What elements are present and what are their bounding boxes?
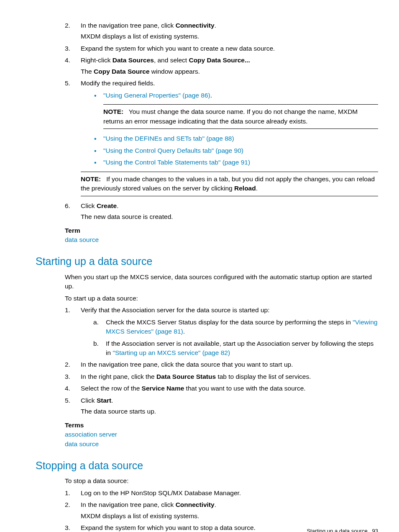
text-run: Right-click <box>81 57 113 64</box>
substep-letter: b. <box>93 339 99 348</box>
note-label: NOTE: <box>103 108 123 115</box>
glossary-link[interactable]: data source <box>65 439 378 449</box>
step-text: In the navigation tree pane, click Conne… <box>81 501 216 508</box>
step-number: 5. <box>65 79 70 88</box>
text-run: In the right pane, click the <box>81 373 156 380</box>
step-text: In the right pane, click the Data Source… <box>81 373 311 380</box>
step-text: Log on to the HP NonStop SQL/MX Database… <box>81 489 241 496</box>
step-1: 1. Verify that the Association server fo… <box>65 306 378 357</box>
procedure-list-1: 2. In the navigation tree pane, click Co… <box>65 21 378 222</box>
term-block: Term data source <box>65 226 378 245</box>
intro-paragraph: To stop a data source: <box>65 476 378 486</box>
bold-term: Start <box>97 397 111 404</box>
step-4: 4. Select the row of the Service Name th… <box>65 384 378 393</box>
step-subtext: MXDM displays a list of existing systems… <box>81 511 378 521</box>
step-number: 3. <box>65 372 70 381</box>
xref-link[interactable]: "Starting up an MXCS service" (page 82) <box>113 349 230 356</box>
bold-term: Data Source Status <box>156 373 216 380</box>
xref-link[interactable]: "Using the Control Query Defaults tab" (… <box>103 147 243 154</box>
step-text: Modify the required fields. <box>81 80 155 87</box>
bold-term: Connectivity <box>176 501 215 508</box>
step-text: Select the row of the Service Name that … <box>81 385 306 392</box>
term-heading: Term <box>65 226 378 235</box>
bold-term: Create <box>97 202 117 209</box>
step-5: 5. Click Start. The data source starts u… <box>65 396 378 416</box>
step-number: 4. <box>65 384 70 393</box>
step-subtext: MXDM displays a list of existing systems… <box>81 32 378 41</box>
text-run: . <box>183 328 185 335</box>
note-label: NOTE: <box>81 175 101 182</box>
step-text: In the navigation tree pane, click the d… <box>81 361 293 368</box>
text-run: Click <box>81 397 97 404</box>
substep-text: Check the MXCS Server Status display for… <box>106 319 378 335</box>
text-run: . <box>111 397 113 404</box>
xref-link[interactable]: "Using the DEFINEs and SETs tab" (page 8… <box>103 135 234 142</box>
step-text: Click Start. <box>81 397 113 404</box>
step-number: 1. <box>65 306 70 315</box>
bullet-item: "Using the Control Query Defaults tab" (… <box>93 146 378 155</box>
glossary-link[interactable]: data source <box>65 235 378 244</box>
bullet-item: "Using General Properties" (page 86). NO… <box>93 91 378 129</box>
text-run: . <box>256 185 258 192</box>
step-text: In the navigation tree pane, click Conne… <box>81 22 216 29</box>
bold-term: Connectivity <box>176 22 215 29</box>
section-heading: Starting up a data source <box>36 254 378 269</box>
terms-heading: Terms <box>65 421 378 430</box>
text-run: . <box>215 501 216 508</box>
step-number: 4. <box>65 56 70 65</box>
step-text: Expand the system for which you want to … <box>81 524 256 531</box>
substep-b: b. If the Association server is not avai… <box>93 339 378 358</box>
step-number: 1. <box>65 488 70 498</box>
bold-term: Copy Data Source... <box>189 57 250 64</box>
text-run: . <box>117 202 118 209</box>
procedure-list-3: 1. Log on to the HP NonStop SQL/MX Datab… <box>65 488 378 532</box>
substep-letter: a. <box>93 318 99 327</box>
step-text: Verify that the Association server for t… <box>81 306 269 314</box>
step-2: 2. In the navigation tree pane, click Co… <box>65 500 378 521</box>
text-run: that you want to use with the data sourc… <box>184 385 305 392</box>
page-number: 93 <box>372 528 378 532</box>
footer-title: Starting up a data source <box>307 528 367 532</box>
step-6: 6. Click Create. The new data source is … <box>65 201 378 222</box>
text-run: The <box>81 68 94 75</box>
step-text: Expand the system for which you want to … <box>81 45 275 52</box>
text-run: Click <box>81 202 97 209</box>
xref-link[interactable]: "Using the Control Table Statements tab"… <box>103 159 250 166</box>
text-run: Select the row of the <box>81 385 142 392</box>
xref-link[interactable]: "Using General Properties" (page 86) <box>103 92 210 99</box>
text-run: If you made changes to the values in a t… <box>81 175 375 192</box>
note-box: NOTE: You must change the data source na… <box>103 104 378 129</box>
intro-paragraph: To start up a data source: <box>65 294 378 303</box>
step-number: 6. <box>65 201 70 211</box>
document-page: 2. In the navigation tree pane, click Co… <box>0 0 399 532</box>
text-run: Check the MXCS Server Status display for… <box>106 319 353 326</box>
bold-term: Data Sources <box>113 57 154 64</box>
bullet-item: "Using the Control Table Statements tab"… <box>93 158 378 167</box>
step-number: 5. <box>65 396 70 405</box>
step-2: 2. In the navigation tree pane, click th… <box>65 360 378 369</box>
terms-block: Terms association server data source <box>65 421 378 449</box>
step-subtext: The new data source is created. <box>81 212 378 221</box>
step-subtext: The Copy Data Source window appears. <box>81 67 378 76</box>
step-number: 2. <box>65 500 70 509</box>
content-area: 2. In the navigation tree pane, click Co… <box>36 21 378 532</box>
text-run: In the navigation tree pane, click <box>81 22 176 29</box>
note-text: You must change the data source name. If… <box>103 108 358 124</box>
text-run: . <box>210 92 212 99</box>
page-footer: Starting up a data source 93 <box>307 527 378 532</box>
step-text: Click Create. <box>81 202 118 209</box>
text-run: In the navigation tree pane, click <box>81 501 176 508</box>
glossary-link[interactable]: association server <box>65 430 378 439</box>
bold-term: Reload <box>234 185 256 192</box>
step-3: 3. In the right pane, click the Data Sou… <box>65 372 378 381</box>
step-text: Right-click Data Sources, and select Cop… <box>81 57 250 64</box>
step-3: 3. Expand the system for which you want … <box>65 44 378 53</box>
step-number: 3. <box>65 44 70 53</box>
step-4: 4. Right-click Data Sources, and select … <box>65 56 378 76</box>
section-heading: Stopping a data source <box>36 458 378 473</box>
bullet-item: "Using the DEFINEs and SETs tab" (page 8… <box>93 134 378 143</box>
substep-a: a. Check the MXCS Server Status display … <box>93 318 378 337</box>
bold-term: Service Name <box>142 385 184 392</box>
step-number: 2. <box>65 360 70 369</box>
step-1: 1. Log on to the HP NonStop SQL/MX Datab… <box>65 488 378 498</box>
